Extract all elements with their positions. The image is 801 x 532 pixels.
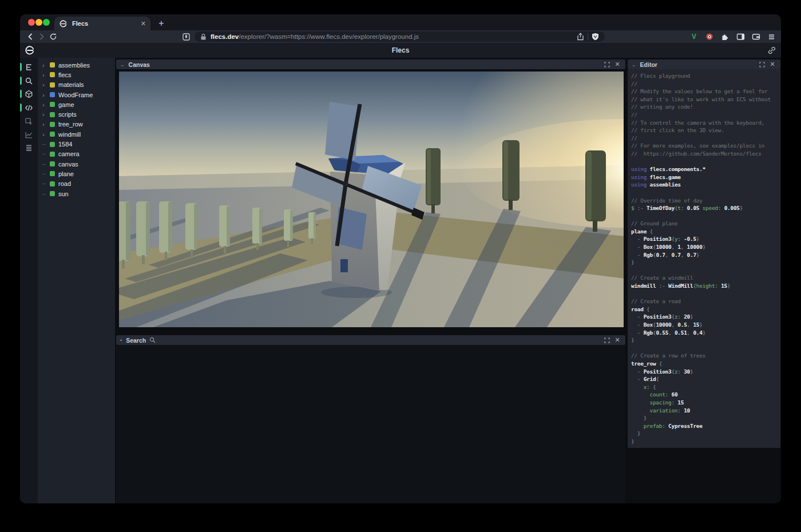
tree-item-label: plane [58,170,74,177]
editor-panel-header[interactable]: ⌄ Editor ✕ [628,59,780,69]
red-extension-button[interactable] [704,31,715,42]
code-line: // Flecs playground [631,72,779,80]
tree-item-label: camera [58,150,80,157]
expand-chevron-icon[interactable]: › [42,112,48,117]
permalink-button[interactable] [767,46,776,55]
search-panel-button[interactable] [20,74,38,87]
forward-icon [38,33,46,41]
sidebar-toggle-button[interactable] [735,31,746,42]
new-tab-button[interactable]: + [155,17,168,30]
statistics-panel-button[interactable] [20,128,38,141]
canvas-panel-header[interactable]: ⌄ Canvas ✕ [116,59,625,69]
tree-item-flecs[interactable]: ›flecs [38,70,115,80]
tree-item-tree_row[interactable]: ›tree_row [38,120,115,129]
expand-chevron-icon[interactable]: › [42,92,48,98]
browser-tab-flecs[interactable]: Flecs ✕ [54,17,150,30]
entity-kind-swatch [50,122,55,127]
code-line: // Create a road [631,297,779,305]
tree-item-plane[interactable]: –plane [38,169,115,178]
fullscreen-icon [604,62,610,68]
search-close-button[interactable]: ✕ [613,336,621,344]
code-line [631,290,779,298]
collapse-chevron-icon[interactable]: ⌄ [120,62,125,68]
tab-close-icon[interactable]: ✕ [141,20,146,27]
code-line: x: { [631,383,779,391]
cypress-tree [185,203,197,257]
menu-button[interactable] [766,31,776,42]
traffic-zoom-button[interactable] [43,19,50,26]
v-extension-button[interactable]: V [689,31,699,42]
collapse-chevron-icon[interactable]: ⌄ [632,62,636,68]
tree-item-1584[interactable]: –1584 [38,139,115,149]
entity-kind-swatch [50,171,55,176]
expand-chevron-icon[interactable]: › [42,102,48,108]
expand-chevron-icon[interactable]: › [42,72,48,78]
code-line: - Grid{ [631,375,779,383]
tables-panel-button[interactable] [20,141,38,154]
tree-item-sun[interactable]: –sun [38,189,115,198]
expand-chevron-icon[interactable]: › [42,132,48,137]
code-line: // To control the camera with the keyboa… [631,119,779,127]
tree-item-label: WoodFrame [58,92,93,98]
tree-item-label: flecs [58,72,72,78]
tree-item-road[interactable]: –road [38,179,115,189]
extensions-button[interactable] [720,31,730,42]
canvas-3d-panel-button[interactable] [20,88,38,100]
tree-item-assemblies[interactable]: ›assemblies [38,60,115,70]
canvas-3d-view[interactable] [119,72,624,327]
canvas-panel-title: Canvas [129,61,150,68]
expand-chevron-icon[interactable]: › [42,82,48,88]
code-line: - Position3{z: 20} [631,313,779,321]
forward-button[interactable] [36,31,47,42]
sidebar-icon [736,33,745,41]
collapsed-bullet-icon[interactable]: • [120,338,122,343]
tree-item-canvas[interactable]: –canvas [38,159,115,169]
search-panel-header[interactable]: • Search ✕ [116,335,625,345]
search-fullscreen-button[interactable] [603,336,611,344]
canvas-close-button[interactable]: ✕ [613,61,621,69]
active-indicator [20,104,22,112]
tree-item-materials[interactable]: ›materials [38,80,115,90]
canvas-fullscreen-button[interactable] [603,61,611,69]
expand-chevron-icon[interactable]: › [42,62,48,68]
traffic-close-button[interactable] [28,19,35,26]
windmill-hub [343,181,348,187]
traffic-minimize-button[interactable] [35,19,42,26]
back-button[interactable] [25,31,36,42]
cypress-tree [136,201,150,264]
cypress-tree [219,205,230,253]
tree-item-label: windmill [58,131,81,138]
code-line: - Box{10000, 0.5, 15} [631,321,779,329]
code-area[interactable]: // Flecs playground//// Modify the value… [628,69,780,448]
reload-button[interactable] [47,31,59,42]
bookmarks-button[interactable] [180,31,192,42]
active-indicator [20,77,22,85]
code-line: // Create a windmill [631,274,779,282]
share-icon[interactable] [577,33,584,41]
expand-chevron-icon[interactable]: › [42,121,48,127]
entity-kind-swatch [50,92,55,97]
inspector-icon [25,117,33,126]
tree-item-scripts[interactable]: ›scripts [38,109,115,119]
inspector-panel-button[interactable] [20,115,38,128]
editor-fullscreen-button[interactable] [758,61,766,69]
code-editor-panel-button[interactable] [20,101,38,114]
tree-item-game[interactable]: ›game [38,100,115,109]
lock-icon [200,33,207,41]
code-line: variation: 10 [631,407,779,415]
search-results-area [116,345,625,503]
code-line: // Override time of day [631,197,779,205]
fullscreen-icon [604,338,610,343]
tree-item-windmill[interactable]: ›windmill [38,129,115,139]
brave-shield-icon[interactable] [592,33,599,41]
code-line: } [631,414,779,422]
code-line: - Box{10000, 1, 10000} [631,243,779,251]
search-icon [149,337,156,343]
tree-item-label: sun [58,190,69,197]
entity-tree-panel-button[interactable] [20,61,38,73]
tree-item-WoodFrame[interactable]: ›WoodFrame [38,90,115,100]
tree-item-camera[interactable]: –camera [38,149,115,159]
address-bar[interactable]: flecs.dev/explorer/?wasm=https://www.fle… [195,31,605,42]
editor-close-button[interactable]: ✕ [768,61,776,69]
wallet-button[interactable] [751,31,761,42]
